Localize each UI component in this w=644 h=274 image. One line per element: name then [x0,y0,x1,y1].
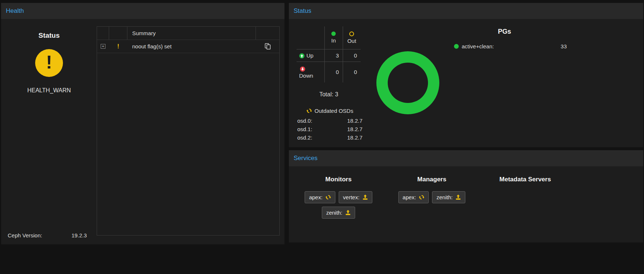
services-panel: Services Monitors apex: vertex: [289,150,643,242]
up-label: Up [306,52,313,59]
osd-up-in-count: 3 [324,49,343,62]
pgs-legend-value: 33 [561,43,567,49]
refresh-icon [306,108,312,114]
severity-warning-mark: ! [117,43,119,50]
up-circle-icon [299,53,305,59]
out-ring-icon [349,32,354,36]
pgs-donut-chart [376,51,439,114]
expand-cell: + [97,40,109,53]
osd-total: Total: 3 [297,91,361,98]
summary-table-header-row: Summary [97,27,279,40]
severity-column-header [109,27,127,40]
ceph-version-value: 19.2.3 [71,232,87,238]
service-name: apex: [403,194,416,200]
status-panel-body: In Out Up 3 0 [289,19,643,147]
osd-down-row: Down 0 0 [297,62,361,82]
pgs-title: PGs [366,28,643,36]
osd-corner-cell [297,26,324,49]
outdated-osd-row: osd.1: 18.2.7 [297,125,362,133]
osd-status-table: In Out Up 3 0 [297,26,361,82]
active-clean-dot-icon [454,44,459,49]
osd-up-out-count: 0 [343,49,361,62]
monitors-column: Monitors apex: vertex: [292,175,385,242]
services-panel-title: Services [294,155,317,162]
ceph-version-label: Ceph Version: [8,232,42,238]
actions-cell [256,40,279,53]
osd-name: osd.2: [297,133,312,142]
down-circle-icon [300,66,305,72]
managers-column: Managers apex: zenith: [385,175,479,242]
expand-plus-glyph: + [102,44,104,48]
service-button-mon-apex[interactable]: apex: [305,191,335,203]
status-panel-header: Status [289,3,643,19]
osd-name: osd.0: [297,116,312,125]
outdated-osds-header: Outdated OSDs [297,108,362,114]
service-name: zenith: [436,194,453,200]
down-row-label: Down [297,62,324,82]
in-dot-icon [331,32,336,36]
service-button-mon-zenith[interactable]: zenith: [322,207,355,219]
summary-column-header[interactable]: Summary [127,27,256,40]
outdated-osd-row: osd.2: 18.2.7 [297,133,362,142]
monitors-row-1: apex: vertex: [292,191,385,203]
health-status-value: HEALTH_WARN [1,87,97,94]
health-panel: Health Status ! HEALTH_WARN Summary [1,3,284,244]
pgs-legend-item: active+clean: 33 [454,43,567,49]
outdated-osd-row: osd.0: 18.2.7 [297,116,362,125]
table-row[interactable]: + ! noout flag(s) set [97,40,279,53]
up-row-label: Up [297,49,324,62]
upload-icon [362,195,368,200]
service-button-mgr-zenith[interactable]: zenith: [432,191,465,203]
services-panel-header: Services [289,150,643,166]
osd-name: osd.1: [297,125,312,133]
osd-version: 18.2.7 [347,125,362,133]
actions-column-header [256,27,279,40]
pgs-legend-label: active+clean: [462,43,494,49]
outdated-osds-label: Outdated OSDs [314,108,353,114]
upload-icon [345,210,351,215]
health-panel-title: Health [6,7,24,15]
outdated-osds-block: Outdated OSDs osd.0: 18.2.7 osd.1: 18.2.… [297,108,362,142]
out-column-header: Out [343,26,361,49]
warning-icon: ! [35,49,63,77]
metadata-servers-column: Metadata Servers [479,175,572,242]
health-summary-table: Summary + ! noout flag(s) set [97,26,280,236]
osd-version: 18.2.7 [347,133,362,142]
osd-version: 18.2.7 [347,116,362,125]
monitors-heading: Monitors [292,175,385,184]
services-panel-body: Monitors apex: vertex: [289,166,643,242]
down-label: Down [299,73,324,79]
health-panel-body: Status ! HEALTH_WARN Summary + [1,19,284,244]
managers-row-1: apex: zenith: [385,191,479,203]
service-button-mgr-apex[interactable]: apex: [398,191,429,203]
status-panel: Status In Out [289,3,643,147]
severity-cell: ! [109,40,127,53]
ceph-version-row: Ceph Version: 19.2.3 [8,232,87,238]
service-name: vertex: [343,194,360,200]
health-panel-header: Health [1,3,284,19]
in-column-header: In [324,26,343,49]
in-column-label: In [325,37,343,44]
service-name: apex: [309,194,323,200]
refresh-icon [419,195,424,200]
warning-exclamation: ! [46,53,52,73]
metadata-servers-heading: Metadata Servers [479,175,572,184]
copy-button[interactable] [265,43,271,49]
service-name: zenith: [326,210,342,216]
refresh-icon [325,195,331,200]
osd-table-header-row: In Out [297,26,361,49]
upload-icon [455,195,461,200]
status-panel-title: Status [294,7,311,15]
health-status-block: Status ! HEALTH_WARN [1,19,97,94]
copy-icon [265,43,271,49]
out-column-label: Out [343,38,361,44]
service-button-mon-vertex[interactable]: vertex: [339,191,372,203]
expand-icon[interactable]: + [101,44,105,49]
osd-down-in-count: 0 [324,62,343,82]
health-status-heading: Status [1,32,97,40]
summary-cell: noout flag(s) set [127,40,256,53]
expand-column-header [97,27,109,40]
managers-heading: Managers [385,175,479,184]
osd-up-row: Up 3 0 [297,49,361,62]
osd-down-out-count: 0 [343,62,361,82]
